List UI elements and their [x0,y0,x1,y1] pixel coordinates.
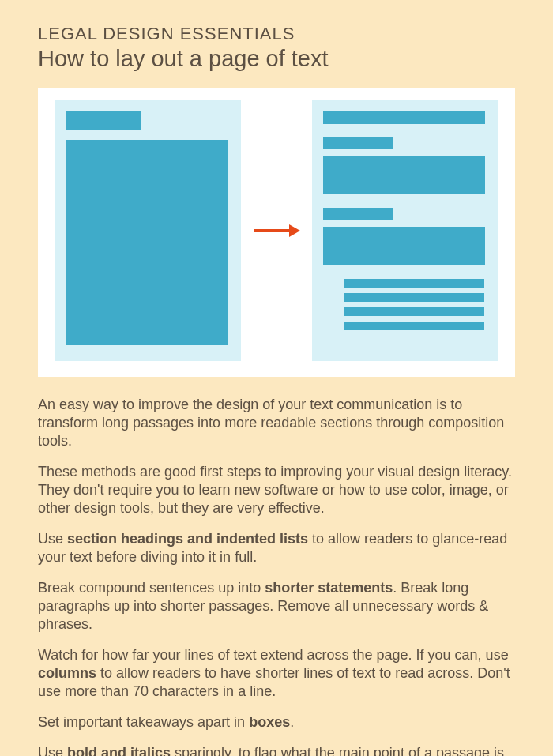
header: LEGAL DESIGN ESSENTIALS How to lay out a… [38,24,515,72]
paragraph-4: Break compound sentences up into shorter… [38,579,515,634]
paragraph-2: These methods are good first steps to im… [38,463,515,517]
after-list-line3 [344,307,484,316]
bold-shorter-statements: shorter statements [265,580,393,596]
body-text: An easy way to improve the design of you… [38,396,515,756]
after-list-line2 [344,293,484,302]
svg-marker-1 [289,224,300,237]
illustration-frame [38,88,515,377]
bold-columns: columns [38,665,96,681]
bold-bold-italics: bold and italics [67,745,171,756]
paragraph-1: An easy way to improve the design of you… [38,396,515,450]
after-list-line1 [344,279,484,288]
doc-after [312,100,498,361]
bold-boxes: boxes [249,714,290,730]
arrow-right-icon [253,223,300,239]
after-title-block [323,111,485,124]
after-list-line4 [344,322,484,330]
paragraph-5: Watch for how far your lines of text ext… [38,646,515,701]
after-indented-list [323,279,487,330]
after-heading2-block [323,208,393,220]
bold-section-headings: section headings and indented lists [67,531,308,547]
after-para1-block [323,156,485,194]
paragraph-3: Use section headings and indented lists … [38,530,515,566]
paragraph-6: Set important takeaways apart in boxes. [38,713,515,732]
kicker: LEGAL DESIGN ESSENTIALS [38,24,515,44]
paragraph-7: Use bold and italics sparingly, to flag … [38,744,515,756]
page-title: How to lay out a page of text [38,46,515,72]
before-heading-block [66,111,141,130]
page: LEGAL DESIGN ESSENTIALS How to lay out a… [0,0,553,756]
doc-before [55,100,241,361]
after-para2-block [323,227,485,265]
after-heading1-block [323,137,393,149]
before-body-block [66,140,228,345]
